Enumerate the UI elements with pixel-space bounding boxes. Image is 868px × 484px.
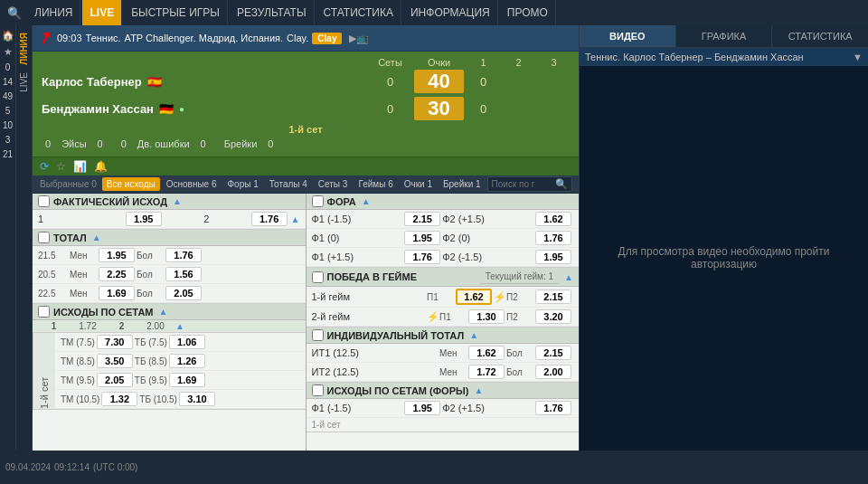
search-box[interactable]: 🔍	[487, 176, 572, 192]
nav-liniya[interactable]: ЛИНИЯ	[27, 0, 80, 25]
star-icon[interactable]: ★	[3, 45, 14, 59]
it-odd-bol-2[interactable]: 2.00	[535, 365, 571, 379]
section-total-checkbox[interactable]	[38, 232, 50, 243]
total-odd-bol-2[interactable]: 1.56	[165, 267, 202, 281]
live-tab[interactable]: LIVE	[19, 69, 29, 96]
sound-icon[interactable]: 🔔	[94, 160, 108, 173]
sets-odd-tb75[interactable]: 1.06	[169, 335, 205, 349]
tab-totals-4[interactable]: Тоталы 4	[265, 177, 312, 191]
tab-games-6[interactable]: Геймы 6	[354, 177, 397, 191]
bet-ao-arrow: ▲	[291, 214, 300, 224]
tab-breaks-1[interactable]: Брейки 1	[439, 177, 486, 191]
home-icon[interactable]: 🏠	[1, 29, 15, 43]
total-row-3: 22.5 Мен 1.69 Бол 2.05	[33, 284, 306, 303]
section-sets-collapse[interactable]: ▲	[159, 307, 168, 317]
tab-points-1[interactable]: Очки 1	[400, 177, 437, 191]
fora-odd-f1-0[interactable]: 1.95	[404, 231, 440, 245]
fora-odd-f2-0[interactable]: 1.76	[535, 231, 571, 245]
total-odd-bol-3[interactable]: 2.05	[165, 286, 202, 300]
count-0: 0	[5, 62, 12, 73]
stream-dropdown-icon[interactable]: ▼	[853, 52, 863, 62]
gw-odd-p2-1[interactable]: 2.15	[535, 289, 571, 304]
search-input[interactable]	[492, 179, 555, 189]
total-odd-men-2[interactable]: 2.25	[99, 267, 135, 281]
gw-team-p2-2: П2	[506, 312, 533, 322]
fora-odd-f1+15[interactable]: 1.76	[404, 250, 440, 264]
it-odd-bol-1[interactable]: 2.15	[535, 346, 571, 360]
gw-odd-p1-1[interactable]: 1.62	[456, 289, 492, 305]
total-row-2: 20.5 Мен 2.25 Бол 1.56	[33, 265, 306, 284]
liniya-tab[interactable]: ЛИНИЯ	[19, 29, 29, 69]
tab-main-6[interactable]: Основные 6	[162, 177, 222, 191]
section-total-collapse[interactable]: ▲	[92, 233, 101, 242]
sets-odd-tm105[interactable]: 1.32	[101, 392, 137, 406]
sf-odd-f2+15[interactable]: 1.76	[535, 401, 571, 415]
section-actual-outcome-checkbox[interactable]	[38, 195, 50, 207]
search-submit-icon[interactable]: 🔍	[555, 178, 568, 190]
sets-header-odd2: 2.00	[137, 321, 174, 331]
section-sets-fora-header: ИСХОДЫ ПО СЕТАМ (ФОРЫ) ▲	[307, 383, 580, 399]
sets-odd-tm95[interactable]: 2.05	[97, 373, 133, 387]
nav-statistics[interactable]: СТАТИСТИКА	[316, 0, 401, 25]
refresh-icon[interactable]: ⟳	[40, 160, 49, 173]
section-total-header: ТОТАЛ ▲	[33, 230, 306, 246]
section-game-winner-collapse[interactable]: ▲	[564, 272, 573, 282]
sets-tb75: ТБ (7.5)	[135, 337, 167, 347]
favorite-icon[interactable]: ☆	[56, 160, 66, 173]
total-odd-men-1[interactable]: 1.95	[99, 248, 135, 262]
fora-odd-f2+15[interactable]: 1.62	[535, 212, 571, 226]
stream-icon[interactable]: ▶📺	[349, 33, 369, 44]
section-actual-outcome: ФАКТИЧЕСКИЙ ИСХОД ▲ 1 1.95 2 1.76 ▲	[33, 194, 306, 230]
it-odd-men-2[interactable]: 1.72	[468, 365, 505, 379]
tab-graphics[interactable]: ГРАФИКА	[676, 25, 773, 47]
nav-quick-games[interactable]: БЫСТРЫЕ ИГРЫ	[124, 0, 228, 25]
chart-icon[interactable]: 📊	[73, 160, 87, 173]
tab-sets-3[interactable]: Сеты 3	[314, 177, 353, 191]
top-navigation: 🔍 ЛИНИЯ LIVE БЫСТРЫЕ ИГРЫ РЕЗУЛЬТАТЫ СТА…	[0, 0, 868, 25]
gw-odd-p1-2[interactable]: 1.30	[468, 309, 505, 324]
section-sets-checkbox[interactable]	[38, 306, 50, 318]
header-1: 1	[467, 57, 499, 68]
tab-video[interactable]: ВИДЕО	[580, 25, 676, 47]
aces-p1: 0	[45, 138, 51, 149]
gw-odd-p2-2[interactable]: 3.20	[535, 309, 571, 324]
total-num-3: 22.5	[38, 289, 70, 299]
section-sets-fora-checkbox[interactable]	[312, 384, 324, 396]
status-time: 09:12:14	[54, 462, 90, 472]
section-fora-checkbox[interactable]	[312, 195, 324, 207]
section-game-winner-header: ПОБЕДА В ГЕЙМЕ Текущий гейм: 1 ▲	[307, 268, 580, 287]
sets-odd-tm75[interactable]: 7.30	[97, 335, 133, 349]
section-individual-total-checkbox[interactable]	[312, 329, 324, 341]
search-icon[interactable]: 🔍	[4, 6, 25, 20]
section-game-winner-checkbox[interactable]	[312, 271, 324, 283]
sets-odd-tb85[interactable]: 1.26	[169, 354, 205, 368]
section-actual-outcome-collapse[interactable]: ▲	[173, 196, 182, 206]
tab-statistics[interactable]: СТАТИСТИКА	[772, 25, 868, 47]
total-odd-bol-1[interactable]: 1.76	[165, 248, 202, 262]
gw-team-p1-1: П1	[427, 292, 454, 302]
bet-ao-odd1[interactable]: 1.95	[126, 212, 162, 226]
nav-results[interactable]: РЕЗУЛЬТАТЫ	[230, 0, 315, 25]
tab-foras-1[interactable]: Форы 1	[223, 177, 263, 191]
nav-live[interactable]: LIVE	[82, 0, 122, 25]
game-winner-row-2: 2-й гейм ⚡ П1 1.30 П2 3.20	[307, 308, 580, 327]
section-individual-total-collapse[interactable]: ▲	[469, 330, 478, 340]
sets-odd-tb105[interactable]: 3.10	[179, 392, 215, 406]
nav-promo[interactable]: ПРОМО	[500, 0, 556, 25]
tab-all-outcomes[interactable]: Все исходы	[102, 177, 160, 191]
sets-header-num1: 1	[38, 321, 70, 331]
it-odd-men-1[interactable]: 1.62	[468, 346, 505, 360]
sets-odd-tm85[interactable]: 3.50	[97, 354, 133, 368]
nav-info[interactable]: ИНФОРМАЦИЯ	[403, 0, 498, 25]
fora-odd-f1-15[interactable]: 2.15	[404, 212, 440, 226]
sets-odd-tb95[interactable]: 1.69	[169, 373, 205, 387]
df-label: Дв. ошибки	[137, 138, 190, 149]
sf-odd-f1-15[interactable]: 1.95	[404, 401, 440, 415]
bet-ao-odd2[interactable]: 1.76	[251, 212, 288, 226]
game-winner-row-1: 1-й гейм П1 1.62 ⚡ П2 2.15	[307, 287, 580, 308]
fora-odd-f2-15[interactable]: 1.95	[535, 250, 571, 264]
total-odd-men-3[interactable]: 1.69	[99, 286, 135, 300]
section-game-winner-label: ПОБЕДА В ГЕЙМЕ	[327, 271, 418, 282]
section-fora-collapse[interactable]: ▲	[362, 196, 371, 206]
section-sets-fora-collapse[interactable]: ▲	[474, 385, 483, 395]
